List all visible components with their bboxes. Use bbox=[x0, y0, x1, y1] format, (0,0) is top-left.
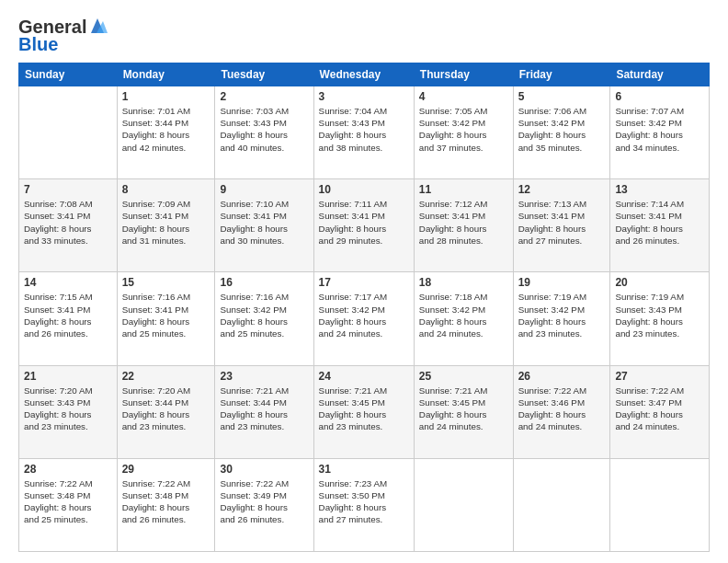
calendar-cell: 30Sunrise: 7:22 AM Sunset: 3:49 PM Dayli… bbox=[215, 458, 313, 551]
calendar-cell bbox=[513, 458, 610, 551]
cell-info: Sunrise: 7:22 AM Sunset: 3:48 PM Dayligh… bbox=[122, 477, 210, 526]
calendar-week-1: 7Sunrise: 7:08 AM Sunset: 3:41 PM Daylig… bbox=[19, 179, 710, 272]
logo: General Blue bbox=[18, 17, 108, 55]
day-number: 4 bbox=[419, 90, 508, 103]
day-number: 31 bbox=[319, 463, 409, 476]
cell-info: Sunrise: 7:22 AM Sunset: 3:47 PM Dayligh… bbox=[615, 385, 704, 433]
cell-info: Sunrise: 7:22 AM Sunset: 3:49 PM Dayligh… bbox=[220, 477, 308, 526]
calendar-cell: 22Sunrise: 7:20 AM Sunset: 3:44 PM Dayli… bbox=[117, 365, 215, 458]
day-number: 9 bbox=[220, 183, 308, 196]
calendar-cell: 11Sunrise: 7:12 AM Sunset: 3:41 PM Dayli… bbox=[414, 179, 513, 272]
cell-info: Sunrise: 7:22 AM Sunset: 3:46 PM Dayligh… bbox=[518, 385, 606, 433]
day-number: 16 bbox=[220, 276, 308, 289]
cell-info: Sunrise: 7:09 AM Sunset: 3:41 PM Dayligh… bbox=[122, 198, 210, 247]
day-number: 8 bbox=[122, 183, 210, 196]
cell-info: Sunrise: 7:03 AM Sunset: 3:43 PM Dayligh… bbox=[220, 105, 308, 154]
day-header-saturday: Saturday bbox=[610, 63, 710, 86]
cell-info: Sunrise: 7:06 AM Sunset: 3:42 PM Dayligh… bbox=[518, 105, 606, 154]
logo-icon bbox=[87, 17, 108, 35]
day-number: 10 bbox=[319, 183, 409, 196]
day-number: 2 bbox=[220, 90, 308, 103]
cell-info: Sunrise: 7:11 AM Sunset: 3:41 PM Dayligh… bbox=[319, 198, 409, 247]
calendar-cell: 28Sunrise: 7:22 AM Sunset: 3:48 PM Dayli… bbox=[19, 458, 118, 551]
calendar-cell: 12Sunrise: 7:13 AM Sunset: 3:41 PM Dayli… bbox=[513, 179, 610, 272]
day-number: 15 bbox=[122, 276, 210, 289]
calendar-cell: 24Sunrise: 7:21 AM Sunset: 3:45 PM Dayli… bbox=[313, 365, 414, 458]
cell-info: Sunrise: 7:07 AM Sunset: 3:42 PM Dayligh… bbox=[615, 105, 704, 154]
cell-info: Sunrise: 7:18 AM Sunset: 3:42 PM Dayligh… bbox=[419, 291, 508, 339]
cell-info: Sunrise: 7:01 AM Sunset: 3:44 PM Dayligh… bbox=[122, 105, 210, 154]
calendar-cell bbox=[610, 458, 710, 551]
calendar-week-2: 14Sunrise: 7:15 AM Sunset: 3:41 PM Dayli… bbox=[19, 272, 710, 365]
page: General Blue SundayMondayTuesdayWednesda… bbox=[0, 0, 728, 563]
calendar-cell: 18Sunrise: 7:18 AM Sunset: 3:42 PM Dayli… bbox=[414, 272, 513, 365]
day-number: 12 bbox=[518, 183, 606, 196]
day-number: 30 bbox=[220, 463, 308, 476]
cell-info: Sunrise: 7:19 AM Sunset: 3:42 PM Dayligh… bbox=[518, 291, 606, 339]
day-header-thursday: Thursday bbox=[414, 63, 513, 86]
cell-info: Sunrise: 7:20 AM Sunset: 3:44 PM Dayligh… bbox=[122, 385, 210, 433]
day-header-wednesday: Wednesday bbox=[313, 63, 414, 86]
calendar-cell: 6Sunrise: 7:07 AM Sunset: 3:42 PM Daylig… bbox=[610, 86, 710, 179]
calendar-cell: 9Sunrise: 7:10 AM Sunset: 3:41 PM Daylig… bbox=[215, 179, 313, 272]
cell-info: Sunrise: 7:20 AM Sunset: 3:43 PM Dayligh… bbox=[24, 385, 112, 433]
calendar-cell: 23Sunrise: 7:21 AM Sunset: 3:44 PM Dayli… bbox=[215, 365, 313, 458]
calendar-cell: 4Sunrise: 7:05 AM Sunset: 3:42 PM Daylig… bbox=[414, 86, 513, 179]
cell-info: Sunrise: 7:12 AM Sunset: 3:41 PM Dayligh… bbox=[419, 198, 508, 247]
day-number: 11 bbox=[419, 183, 508, 196]
calendar-cell: 2Sunrise: 7:03 AM Sunset: 3:43 PM Daylig… bbox=[215, 86, 313, 179]
day-number: 1 bbox=[122, 90, 210, 103]
calendar-week-0: 1Sunrise: 7:01 AM Sunset: 3:44 PM Daylig… bbox=[19, 86, 710, 179]
calendar-cell: 10Sunrise: 7:11 AM Sunset: 3:41 PM Dayli… bbox=[313, 179, 414, 272]
calendar-cell: 21Sunrise: 7:20 AM Sunset: 3:43 PM Dayli… bbox=[19, 365, 118, 458]
calendar-cell bbox=[414, 458, 513, 551]
calendar-cell: 3Sunrise: 7:04 AM Sunset: 3:43 PM Daylig… bbox=[313, 86, 414, 179]
day-number: 18 bbox=[419, 276, 508, 289]
calendar-cell: 5Sunrise: 7:06 AM Sunset: 3:42 PM Daylig… bbox=[513, 86, 610, 179]
calendar-table: SundayMondayTuesdayWednesdayThursdayFrid… bbox=[18, 63, 710, 552]
cell-info: Sunrise: 7:13 AM Sunset: 3:41 PM Dayligh… bbox=[518, 198, 606, 247]
calendar-cell: 31Sunrise: 7:23 AM Sunset: 3:50 PM Dayli… bbox=[313, 458, 414, 551]
cell-info: Sunrise: 7:21 AM Sunset: 3:45 PM Dayligh… bbox=[419, 385, 508, 433]
day-number: 20 bbox=[615, 276, 704, 289]
cell-info: Sunrise: 7:08 AM Sunset: 3:41 PM Dayligh… bbox=[24, 198, 112, 247]
cell-info: Sunrise: 7:22 AM Sunset: 3:48 PM Dayligh… bbox=[24, 477, 112, 526]
calendar-header-row: SundayMondayTuesdayWednesdayThursdayFrid… bbox=[19, 63, 710, 86]
calendar-cell: 25Sunrise: 7:21 AM Sunset: 3:45 PM Dayli… bbox=[414, 365, 513, 458]
cell-info: Sunrise: 7:15 AM Sunset: 3:41 PM Dayligh… bbox=[24, 291, 112, 339]
day-number: 27 bbox=[615, 370, 704, 383]
day-number: 28 bbox=[24, 463, 112, 476]
day-number: 26 bbox=[518, 370, 606, 383]
day-number: 24 bbox=[319, 370, 409, 383]
cell-info: Sunrise: 7:14 AM Sunset: 3:41 PM Dayligh… bbox=[615, 198, 704, 247]
cell-info: Sunrise: 7:17 AM Sunset: 3:42 PM Dayligh… bbox=[319, 291, 409, 339]
day-number: 17 bbox=[319, 276, 409, 289]
calendar-cell bbox=[19, 86, 118, 179]
cell-info: Sunrise: 7:04 AM Sunset: 3:43 PM Dayligh… bbox=[319, 105, 409, 154]
cell-info: Sunrise: 7:16 AM Sunset: 3:41 PM Dayligh… bbox=[122, 291, 210, 339]
day-header-friday: Friday bbox=[513, 63, 610, 86]
day-number: 6 bbox=[615, 90, 704, 103]
day-number: 23 bbox=[220, 370, 308, 383]
day-header-sunday: Sunday bbox=[19, 63, 118, 86]
day-number: 19 bbox=[518, 276, 606, 289]
day-number: 14 bbox=[24, 276, 112, 289]
day-number: 29 bbox=[122, 463, 210, 476]
calendar-cell: 14Sunrise: 7:15 AM Sunset: 3:41 PM Dayli… bbox=[19, 272, 118, 365]
cell-info: Sunrise: 7:10 AM Sunset: 3:41 PM Dayligh… bbox=[220, 198, 308, 247]
cell-info: Sunrise: 7:21 AM Sunset: 3:44 PM Dayligh… bbox=[220, 385, 308, 433]
day-header-monday: Monday bbox=[117, 63, 215, 86]
day-number: 3 bbox=[319, 90, 409, 103]
calendar-cell: 8Sunrise: 7:09 AM Sunset: 3:41 PM Daylig… bbox=[117, 179, 215, 272]
cell-info: Sunrise: 7:05 AM Sunset: 3:42 PM Dayligh… bbox=[419, 105, 508, 154]
calendar-cell: 27Sunrise: 7:22 AM Sunset: 3:47 PM Dayli… bbox=[610, 365, 710, 458]
day-number: 13 bbox=[615, 183, 704, 196]
cell-info: Sunrise: 7:19 AM Sunset: 3:43 PM Dayligh… bbox=[615, 291, 704, 339]
logo-blue-text: Blue bbox=[18, 34, 58, 55]
cell-info: Sunrise: 7:23 AM Sunset: 3:50 PM Dayligh… bbox=[319, 477, 409, 526]
cell-info: Sunrise: 7:21 AM Sunset: 3:45 PM Dayligh… bbox=[319, 385, 409, 433]
calendar-cell: 7Sunrise: 7:08 AM Sunset: 3:41 PM Daylig… bbox=[19, 179, 118, 272]
day-number: 25 bbox=[419, 370, 508, 383]
calendar-cell: 13Sunrise: 7:14 AM Sunset: 3:41 PM Dayli… bbox=[610, 179, 710, 272]
day-number: 22 bbox=[122, 370, 210, 383]
